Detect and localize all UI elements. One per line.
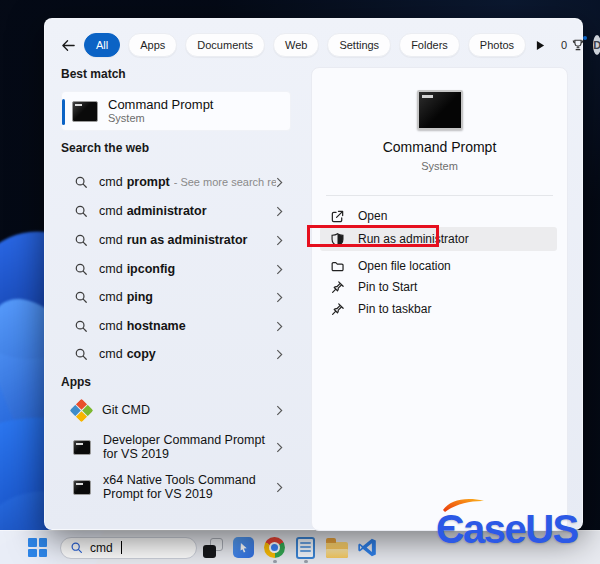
- pin-icon: [330, 302, 345, 317]
- web-suggestion[interactable]: cmd ipconfig: [61, 255, 291, 283]
- command-prompt-icon: [72, 101, 98, 122]
- divider: [326, 195, 553, 196]
- chevron-right-icon[interactable]: [276, 206, 291, 217]
- suggestion-query: cmd: [99, 262, 123, 276]
- action-label: Run as administrator: [358, 232, 469, 246]
- suggestion-query: cmd: [99, 319, 123, 333]
- suggestion-query: cmd: [99, 290, 123, 304]
- rewards-trophy-icon: [571, 38, 585, 52]
- file-explorer-icon: [326, 542, 348, 558]
- search-tabbar: All Apps Documents Web Settings Folders …: [61, 32, 570, 58]
- folder-icon: [330, 259, 345, 274]
- preview-title: Command Prompt: [312, 139, 567, 155]
- command-prompt-icon: [73, 440, 91, 455]
- rewards-button[interactable]: 0: [561, 38, 585, 52]
- action-pin-to-start[interactable]: Pin to Start: [320, 277, 557, 297]
- best-match-subtitle: System: [108, 112, 213, 125]
- suggestion-query: cmd: [99, 347, 123, 361]
- search-icon: [74, 262, 88, 276]
- search-flyout: All Apps Documents Web Settings Folders …: [44, 18, 583, 530]
- tab-apps[interactable]: Apps: [128, 33, 177, 57]
- web-suggestion[interactable]: cmd run as administrator: [61, 226, 291, 254]
- vscode-button[interactable]: [352, 532, 383, 564]
- app-title: x64 Native Tools Command Prompt for VS 2…: [103, 473, 276, 501]
- best-match-header: Best match: [61, 67, 126, 81]
- action-open[interactable]: Open: [320, 206, 557, 226]
- file-explorer-button[interactable]: [321, 532, 352, 564]
- task-view-icon: [203, 538, 223, 558]
- search-icon: [70, 541, 83, 554]
- action-label: Open file location: [358, 259, 451, 273]
- action-run-as-administrator[interactable]: Run as administrator: [320, 227, 557, 251]
- shield-icon: [330, 232, 345, 247]
- chevron-right-icon[interactable]: [276, 177, 291, 188]
- suggestion-term: administrator: [127, 204, 207, 218]
- tab-all[interactable]: All: [84, 33, 120, 57]
- action-label: Open: [358, 209, 387, 223]
- running-indicator: [273, 560, 277, 563]
- best-match-title: Command Prompt: [108, 97, 213, 112]
- vscode-icon: [357, 537, 378, 558]
- web-suggestion[interactable]: cmd ping: [61, 283, 291, 311]
- tab-web[interactable]: Web: [273, 33, 319, 57]
- app-title: Developer Command Prompt for VS 2019: [103, 433, 276, 461]
- suggestion-term: hostname: [127, 319, 186, 333]
- app-title: Git CMD: [102, 403, 150, 417]
- more-tabs-button[interactable]: [536, 40, 545, 51]
- search-input-value: cmd: [90, 541, 113, 555]
- search-icon: [74, 319, 88, 333]
- action-pin-to-taskbar[interactable]: Pin to taskbar: [320, 299, 557, 319]
- web-suggestion[interactable]: cmd prompt - See more search results: [61, 168, 291, 196]
- git-cmd-icon: [73, 402, 90, 419]
- app-result-dev-cmd-vs2019[interactable]: Developer Command Prompt for VS 2019: [61, 429, 291, 465]
- chevron-right-icon[interactable]: [276, 405, 291, 416]
- screen: cmd: [0, 0, 600, 564]
- taskbar-search-input[interactable]: cmd: [60, 537, 197, 559]
- chevron-right-icon[interactable]: [276, 292, 291, 303]
- preview-panel: Command Prompt System Open Run as admini…: [311, 67, 568, 531]
- pointer-app-icon: [233, 537, 254, 558]
- best-match-result[interactable]: Command Prompt System: [61, 91, 291, 131]
- chevron-right-icon[interactable]: [276, 482, 291, 493]
- action-label: Pin to Start: [358, 280, 417, 294]
- notepad-icon: [296, 537, 315, 559]
- search-icon: [74, 233, 88, 247]
- chevron-right-icon[interactable]: [276, 442, 291, 453]
- chevron-right-icon[interactable]: [276, 235, 291, 246]
- running-indicator: [304, 560, 308, 563]
- app-result-git-cmd[interactable]: Git CMD: [61, 396, 291, 424]
- chevron-right-icon[interactable]: [276, 349, 291, 360]
- chrome-button[interactable]: [259, 532, 290, 564]
- chrome-icon: [264, 537, 285, 558]
- tab-folders[interactable]: Folders: [399, 33, 460, 57]
- command-prompt-icon-large: [417, 90, 463, 130]
- notepad-button[interactable]: [290, 532, 321, 564]
- web-suggestion[interactable]: cmd hostname: [61, 312, 291, 340]
- tab-photos[interactable]: Photos: [468, 33, 526, 57]
- start-button[interactable]: [28, 538, 47, 557]
- action-label: Pin to taskbar: [358, 302, 431, 316]
- command-prompt-icon: [73, 480, 91, 495]
- account-avatar[interactable]: D: [593, 35, 600, 55]
- web-suggestion[interactable]: cmd administrator: [61, 197, 291, 225]
- search-icon: [74, 347, 88, 361]
- tab-documents[interactable]: Documents: [185, 33, 265, 57]
- tab-settings[interactable]: Settings: [327, 33, 391, 57]
- preview-subtitle: System: [312, 160, 567, 172]
- pointer-app-button[interactable]: [228, 532, 259, 564]
- suggestion-extra: - See more search results: [174, 176, 276, 188]
- app-result-x64-native-cmd-vs2019[interactable]: x64 Native Tools Command Prompt for VS 2…: [61, 469, 291, 505]
- suggestion-term: run as administrator: [127, 233, 248, 247]
- action-open-file-location[interactable]: Open file location: [320, 256, 557, 276]
- back-button[interactable]: [61, 35, 76, 55]
- search-icon: [74, 290, 88, 304]
- search-icon: [74, 175, 88, 189]
- back-arrow-icon: [61, 38, 76, 53]
- suggestion-query: cmd: [99, 233, 123, 247]
- suggestion-term: ping: [127, 290, 153, 304]
- task-view-button[interactable]: [197, 532, 228, 564]
- chevron-right-icon[interactable]: [276, 264, 291, 275]
- web-suggestion[interactable]: cmd copy: [61, 340, 291, 368]
- suggestion-term: prompt: [127, 175, 170, 189]
- chevron-right-icon[interactable]: [276, 321, 291, 332]
